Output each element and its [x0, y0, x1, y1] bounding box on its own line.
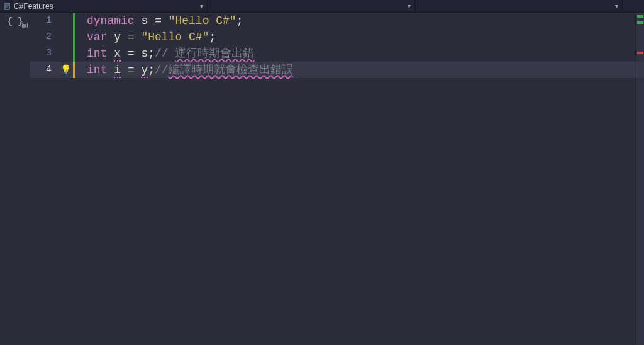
code-tokens: int x = s;// 運行時期會出錯	[87, 45, 254, 62]
editor-tab-csharpfeatures[interactable]: C#Features ▾	[0, 0, 208, 12]
code-line[interactable]: 1 dynamic s = "Hello C#";	[30, 13, 644, 29]
code-editor[interactable]: { }▦ 1 dynamic s = "Hello C#"; 2 var y =…	[0, 13, 644, 345]
chevron-down-icon[interactable]: ▾	[408, 3, 411, 9]
svg-rect-0	[5, 3, 9, 9]
line-number: 4	[30, 62, 58, 78]
code-tokens: var y = "Hello C#";	[87, 29, 216, 45]
line-number: 2	[30, 29, 58, 45]
error-ident: x	[114, 47, 121, 62]
tab-title: C#Features	[14, 2, 53, 11]
editor-tab-empty-1[interactable]: ▾	[208, 0, 415, 12]
line-number: 1	[30, 13, 58, 29]
change-bar	[73, 62, 75, 78]
error-ident: y	[141, 64, 148, 78]
code-line[interactable]: 2 var y = "Hello C#";	[30, 29, 644, 45]
lightbulb-icon[interactable]: 💡	[58, 62, 73, 78]
error-comment: 運行時期會出錯	[175, 47, 254, 60]
code-line[interactable]: 4 💡 int i = y;//編譯時期就會檢查出錯誤	[30, 62, 644, 78]
chevron-down-icon[interactable]: ▾	[200, 3, 203, 9]
error-ident: i	[114, 64, 121, 78]
code-line[interactable]: 3 int x = s;// 運行時期會出錯	[30, 45, 644, 62]
document-icon	[4, 3, 11, 10]
code-tokens: int i = y;//編譯時期就會檢查出錯誤	[87, 62, 293, 78]
structure-icon[interactable]: { }▦	[7, 16, 23, 26]
change-bar	[73, 13, 75, 29]
error-comment: 編譯時期就會檢查出錯誤	[169, 64, 293, 76]
chevron-down-icon[interactable]: ▾	[615, 3, 618, 9]
change-bar	[73, 45, 75, 62]
outline-margin: { }▦	[0, 13, 30, 345]
code-tokens: dynamic s = "Hello C#";	[87, 13, 243, 29]
line-number: 3	[30, 45, 58, 62]
editor-tab-empty-2[interactable]: ▾	[415, 0, 623, 12]
code-area[interactable]: 1 dynamic s = "Hello C#"; 2 var y = "Hel…	[30, 13, 644, 345]
tab-bar: C#Features ▾ ▾ ▾	[0, 0, 644, 13]
change-bar	[73, 29, 75, 45]
